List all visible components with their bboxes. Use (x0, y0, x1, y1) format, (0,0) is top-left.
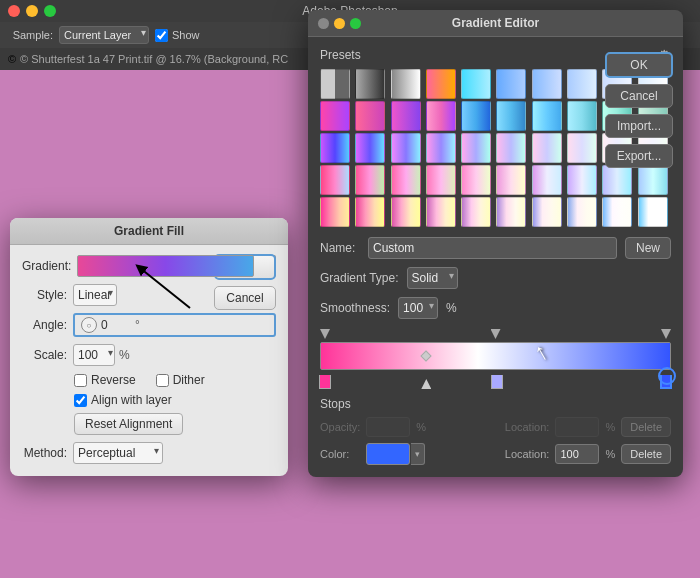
swatch-6[interactable] (532, 69, 562, 99)
style-select[interactable]: Linear (73, 284, 117, 306)
swatch-27[interactable] (567, 133, 597, 163)
ge-opacity-delete-button[interactable]: Delete (621, 417, 671, 437)
ge-type-select-wrapper[interactable]: Solid (407, 267, 458, 289)
ge-new-button[interactable]: New (625, 237, 671, 259)
ge-close-button[interactable] (318, 18, 329, 29)
swatch-36[interactable] (532, 165, 562, 195)
swatch-30[interactable] (320, 165, 350, 195)
swatch-41[interactable] (355, 197, 385, 227)
opacity-stop-left[interactable] (320, 329, 330, 339)
sample-select-wrapper[interactable]: Current Layer (59, 26, 149, 44)
swatch-7[interactable] (567, 69, 597, 99)
angle-icon[interactable]: ○ (81, 317, 97, 333)
swatch-12[interactable] (391, 101, 421, 131)
swatch-49[interactable] (638, 197, 668, 227)
swatch-22[interactable] (391, 133, 421, 163)
gradient-editor-dialog: Gradient Editor OK Cancel Import... Expo… (308, 10, 683, 477)
swatch-23[interactable] (426, 133, 456, 163)
swatch-5[interactable] (496, 69, 526, 99)
swatch-13[interactable] (426, 101, 456, 131)
swatch-34[interactable] (461, 165, 491, 195)
scale-input[interactable] (73, 344, 115, 366)
swatch-42[interactable] (391, 197, 421, 227)
swatch-40[interactable] (320, 197, 350, 227)
ge-maximize-button[interactable] (350, 18, 361, 29)
ge-titlebar: Gradient Editor (308, 10, 683, 37)
color-stop-left[interactable] (319, 375, 331, 389)
close-button[interactable] (8, 5, 20, 17)
gradient-fill-cancel-button[interactable]: Cancel (214, 286, 276, 310)
ge-color-col: Color: ▾ (320, 443, 425, 465)
ge-export-button[interactable]: Export... (605, 144, 673, 168)
method-select[interactable]: Perceptual (73, 442, 163, 464)
swatch-17[interactable] (567, 101, 597, 131)
swatch-1[interactable] (355, 69, 385, 99)
swatch-20[interactable] (320, 133, 350, 163)
dither-checkbox-label[interactable]: Dither (156, 373, 205, 387)
align-checkbox-label[interactable]: Align with layer (74, 393, 172, 407)
swatch-10[interactable] (320, 101, 350, 131)
reset-alignment-button[interactable]: Reset Alignment (74, 413, 183, 435)
ge-ok-button[interactable]: OK (605, 52, 673, 78)
color-stop-mid[interactable] (491, 375, 503, 389)
swatch-2[interactable] (391, 69, 421, 99)
scale-select-wrapper[interactable] (73, 344, 115, 366)
ge-minimize-button[interactable] (334, 18, 345, 29)
style-select-wrapper[interactable]: Linear (73, 284, 117, 306)
ge-smoothness-input[interactable] (398, 297, 438, 319)
ge-color-swatch[interactable] (366, 443, 410, 465)
swatch-11[interactable] (355, 101, 385, 131)
swatch-32[interactable] (391, 165, 421, 195)
color-stop-right[interactable] (660, 375, 672, 389)
swatch-31[interactable] (355, 165, 385, 195)
swatch-24[interactable] (461, 133, 491, 163)
show-checkbox[interactable] (155, 29, 168, 42)
angle-input[interactable] (101, 318, 131, 332)
dither-checkbox[interactable] (156, 374, 169, 387)
swatch-16[interactable] (532, 101, 562, 131)
minimize-button[interactable] (26, 5, 38, 17)
swatch-39[interactable] (638, 165, 668, 195)
ge-color-location-input[interactable] (555, 444, 599, 464)
swatch-38[interactable] (602, 165, 632, 195)
opacity-stop-right[interactable] (661, 329, 671, 339)
swatch-3[interactable] (426, 69, 456, 99)
swatch-4[interactable] (461, 69, 491, 99)
swatch-35[interactable] (496, 165, 526, 195)
swatch-26[interactable] (532, 133, 562, 163)
ge-opacity-input[interactable] (366, 417, 410, 437)
sample-select[interactable]: Current Layer (59, 26, 149, 44)
ge-color-dropdown-arrow[interactable]: ▾ (411, 443, 425, 465)
swatch-0[interactable] (320, 69, 350, 99)
method-select-wrapper[interactable]: Perceptual (73, 442, 163, 464)
swatch-48[interactable] (602, 197, 632, 227)
gradient-preview[interactable] (77, 255, 254, 277)
reverse-checkbox[interactable] (74, 374, 87, 387)
reverse-checkbox-label[interactable]: Reverse (74, 373, 136, 387)
swatch-15[interactable] (496, 101, 526, 131)
ge-type-select[interactable]: Solid (407, 267, 458, 289)
ge-color-delete-button[interactable]: Delete (621, 444, 671, 464)
ge-name-input[interactable] (368, 237, 617, 259)
ge-opacity-location-input[interactable] (555, 417, 599, 437)
swatch-46[interactable] (532, 197, 562, 227)
reset-row: Reset Alignment (74, 413, 276, 435)
swatch-21[interactable] (355, 133, 385, 163)
align-checkbox[interactable] (74, 394, 87, 407)
ge-gradient-bar[interactable] (320, 342, 671, 370)
swatch-44[interactable] (461, 197, 491, 227)
swatch-43[interactable] (426, 197, 456, 227)
color-midpoint[interactable] (421, 379, 431, 389)
opacity-stop-mid[interactable] (491, 329, 501, 339)
swatch-45[interactable] (496, 197, 526, 227)
swatch-47[interactable] (567, 197, 597, 227)
method-row: Method: Perceptual (22, 442, 276, 464)
ge-smoothness-select-wrapper[interactable] (398, 297, 438, 319)
ge-import-button[interactable]: Import... (605, 114, 673, 138)
swatch-33[interactable] (426, 165, 456, 195)
swatch-37[interactable] (567, 165, 597, 195)
swatch-14[interactable] (461, 101, 491, 131)
swatch-25[interactable] (496, 133, 526, 163)
ge-cancel-button[interactable]: Cancel (605, 84, 673, 108)
maximize-button[interactable] (44, 5, 56, 17)
